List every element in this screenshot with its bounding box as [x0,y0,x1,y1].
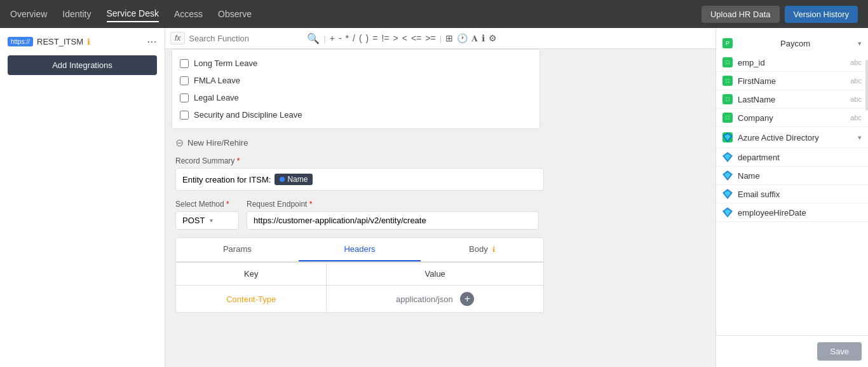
formula-bar: fx 🔍 | + - * / ( ) = != > < <= >= | ⊞ 🕐 … [165,28,715,49]
method-select[interactable]: POST ▾ [175,211,239,230]
tag-dot-icon [280,177,285,182]
plus-operator[interactable]: + [330,33,335,43]
azure-field-icon [722,152,733,162]
nav-identity[interactable]: Identity [62,6,91,22]
long-term-leave-label: Long Term Leave [194,59,257,68]
multiply-operator[interactable]: * [346,33,349,43]
record-summary-input[interactable]: Entity creation for ITSM: Name [175,168,544,191]
minus-operator[interactable]: - [339,33,342,43]
azure-field-icon [722,189,733,199]
data-table: Key Value Content-Type application/json … [175,262,544,313]
less-than[interactable]: < [402,33,407,43]
chevron-down-icon: ▾ [210,217,213,224]
field-row: Name [716,167,868,185]
save-button[interactable]: Save [817,342,862,361]
method-value: POST [182,216,205,225]
field-row: Email suffix [716,185,868,204]
right-panel: P Paycom ▾ □ emp_id abc □ FirstName abc … [715,28,868,367]
search-icon[interactable]: 🔍 [307,32,320,45]
info2-icon[interactable]: ℹ [482,33,485,43]
field-icon: □ [722,76,733,86]
text-icon[interactable]: 𝐀 [471,33,478,44]
greater-than[interactable]: > [393,33,398,43]
checkbox-list: Long Term Leave FMLA Leave Legal Leave [172,50,539,128]
tab-headers[interactable]: Headers [299,238,421,261]
close-paren[interactable]: ) [366,33,369,43]
security-leave-checkbox[interactable] [180,111,189,120]
endpoint-input[interactable] [247,211,539,230]
value-cell: application/json + [327,286,544,313]
logo-badge: https:// [8,37,33,46]
email-suffix-field: Email suffix [738,190,862,199]
lastname-type: abc [850,95,862,103]
add-integrations-button[interactable]: Add Integrations [8,55,157,75]
upload-hr-data-button[interactable]: Upload HR Data [702,6,780,23]
fmla-leave-label: FMLA Leave [194,76,240,85]
sidebar-logo: https:// REST_ITSM ℹ [8,37,90,46]
not-equals-operator[interactable]: != [381,33,389,43]
emp-id-field: emp_id [738,58,845,67]
azure-chevron-icon: ▾ [858,134,862,142]
tab-body[interactable]: Body ℹ [421,238,543,261]
bottom-bar: Save [715,335,868,367]
tab-params[interactable]: Params [176,238,299,261]
open-paren[interactable]: ( [359,33,362,43]
name-field: Name [738,171,862,181]
equals-operator[interactable]: = [372,33,377,43]
nav-access[interactable]: Access [174,6,203,22]
dropdown-panel: Long Term Leave FMLA Leave Legal Leave [172,49,540,129]
grid-icon[interactable]: ⊞ [445,33,453,43]
divide-operator[interactable]: / [353,33,355,43]
legal-leave-checkbox[interactable] [180,93,189,102]
field-row: □ FirstName abc [716,72,868,90]
minus-icon[interactable]: ⊖ [175,137,184,149]
field-icon: □ [722,57,733,67]
name-tag-label: Name [287,175,308,184]
field-row: □ Company abc [716,109,868,127]
fmla-leave-checkbox[interactable] [180,76,189,85]
name-tag: Name [275,174,313,185]
field-row: □ LastName abc [716,90,868,109]
department-field: department [738,153,862,162]
field-row: employeeHireDate [716,204,868,222]
paycom-section-header[interactable]: P Paycom ▾ [722,33,862,53]
field-icon: □ [722,94,733,104]
more-options-icon[interactable]: ⋯ [147,36,157,48]
required-star: * [237,156,240,165]
company-field: Company [738,113,845,123]
main-layout: https:// REST_ITSM ℹ ⋯ Add Integrations … [0,28,868,367]
new-hire-row: ⊖ New Hire/Rehire [175,137,705,149]
field-icon: □ [722,113,733,123]
endpoint-column: Request Endpoint * [247,200,705,230]
nav-observe[interactable]: Observe [218,6,252,22]
info-icon: ℹ [87,37,90,46]
long-term-leave-checkbox[interactable] [180,59,189,68]
method-endpoint-row: Select Method * POST ▾ Request Endpoint … [175,200,705,230]
key-cell: Content-Type [176,286,327,313]
scrollbar[interactable] [865,60,868,111]
list-item: Legal Leave [172,89,539,106]
nav-overview[interactable]: Overview [10,6,47,22]
nav-service-desk[interactable]: Service Desk [107,6,159,22]
less-equal[interactable]: <= [411,33,421,43]
form-content: ⊖ New Hire/Rehire Record Summary * Entit… [165,129,715,321]
endpoint-label: Request Endpoint * [247,200,705,209]
add-row-button[interactable]: + [460,292,474,306]
azure-section-header[interactable]: Azure Active Directory ▾ [716,127,868,148]
field-row: □ emp_id abc [716,53,868,72]
settings-icon[interactable]: ⚙ [489,33,497,43]
content-area: fx 🔍 | + - * / ( ) = != > < <= >= | ⊞ 🕐 … [165,28,715,367]
emp-id-type: abc [850,59,862,66]
select-method-label: Select Method * [175,200,239,209]
firstname-type: abc [850,77,862,85]
greater-equal[interactable]: >= [425,33,435,43]
paycom-icon: P [722,38,733,48]
top-navigation: Overview Identity Service Desk Access Ob… [0,0,868,28]
azure-title: Azure Active Directory [738,133,853,142]
clock-icon[interactable]: 🕐 [457,33,468,43]
search-function-input[interactable] [189,34,303,43]
field-row: department [716,148,868,167]
version-history-button[interactable]: Version History [785,6,858,23]
value-text: application/json [396,294,453,304]
company-type: abc [850,114,862,121]
